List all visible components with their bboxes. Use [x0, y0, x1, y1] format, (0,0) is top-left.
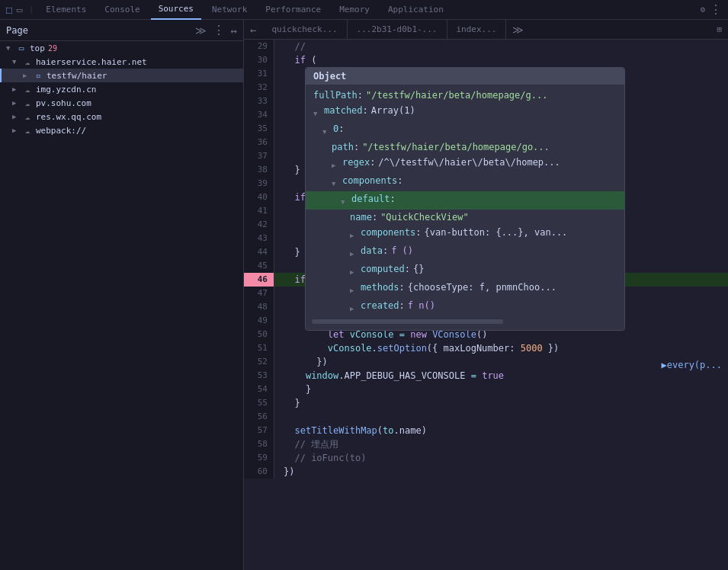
code-line-53: 53 window.APP_DEBUG_HAS_VCONSOLE = true — [244, 369, 728, 383]
popup-row-name[interactable]: name : "QuickCheckView" — [306, 210, 624, 225]
editor-tab-index[interactable]: index... — [447, 20, 507, 40]
expand-arrow: ▼ — [332, 177, 339, 191]
popup-row-methods[interactable]: ▶ methods : {chooseType: f, pnmnChoo... — [306, 280, 624, 298]
sidebar-item-top[interactable]: ▼ ▭ top 29 — [0, 41, 243, 55]
sidebar-item-testfw[interactable]: ▶ ▫ testfw/haier — [0, 69, 243, 82]
expand-arrow: ▶ — [350, 283, 358, 297]
sidebar-item-label: img.yzcdn.cn — [36, 85, 96, 94]
sidebar-nav-icon[interactable]: ↔ — [231, 24, 237, 37]
code-line-55: 55 } — [244, 396, 728, 410]
popup-val: "/testfw/haier/beta/homepage/g... — [366, 88, 547, 102]
gear-icon[interactable]: ⚙ — [700, 5, 705, 14]
editor-tab-hash[interactable]: ...2b31-d0b1-... — [348, 20, 447, 40]
sidebar-item-reswxqq[interactable]: ▶ ☁ res.wx.qq.com — [0, 110, 243, 123]
code-line-29: 29 // — [244, 40, 728, 53]
editor-tab-quickcheck[interactable]: quickcheck... — [262, 20, 347, 40]
popup-row-default[interactable]: ▼ default : — [306, 191, 624, 210]
popup-key: components — [342, 174, 397, 187]
inspect-icon[interactable]: ⬚ — [6, 4, 12, 15]
line-content[interactable] — [274, 410, 728, 424]
code-content[interactable]: Object fullPath : "/testfw/haier/beta/ho… — [244, 40, 728, 570]
line-number: 45 — [244, 259, 274, 273]
expand-arrow: ▶ — [12, 85, 21, 93]
code-line-52: 52 }) — [244, 355, 728, 369]
line-number: 59 — [244, 451, 274, 465]
tab-sources[interactable]: Sources — [151, 0, 201, 20]
line-number: 31 — [244, 67, 274, 81]
sidebar-item-pvsohu[interactable]: ▶ ☁ pv.sohu.com — [0, 96, 243, 110]
line-content[interactable]: }) — [274, 465, 728, 479]
line-content[interactable]: } — [274, 396, 728, 410]
popup-key: data — [361, 244, 383, 258]
tab-network[interactable]: Network — [204, 0, 255, 20]
line-number: 33 — [244, 94, 274, 108]
popup-scrollbar[interactable] — [312, 319, 503, 324]
sidebar-item-imgyzcdn[interactable]: ▶ ☁ img.yzcdn.cn — [0, 82, 243, 96]
popup-row-created[interactable]: ▶ created : f n() — [306, 298, 624, 316]
sidebar-item-haierservice[interactable]: ▼ ☁ haierservice.haier.net — [0, 55, 243, 69]
expand-arrow: ▶ — [12, 99, 21, 107]
popup-key: fullPath — [313, 88, 358, 102]
sidebar-more-icon[interactable]: ⋮ — [213, 23, 225, 37]
line-number: 55 — [244, 396, 274, 410]
popup-row-0[interactable]: ▼ 0 : — [306, 121, 624, 139]
expand-arrow: ▶ — [350, 229, 358, 242]
more-icon[interactable]: ⋮ — [710, 2, 722, 17]
line-number: 44 — [244, 245, 274, 259]
popup-row-matched[interactable]: ▼ matched : Array(1) — [306, 103, 624, 121]
line-number: 53 — [244, 369, 274, 383]
line-number: 37 — [244, 149, 274, 163]
nav-back-btn[interactable]: ← — [244, 20, 262, 40]
expand-arrow: ▶ — [350, 265, 358, 279]
popup-row-data[interactable]: ▶ data : f () — [306, 243, 624, 261]
line-number: 39 — [244, 177, 274, 191]
popup-key: methods — [361, 280, 399, 294]
line-content[interactable]: // — [274, 40, 728, 53]
popup-row-fullpath[interactable]: fullPath : "/testfw/haier/beta/homepage/… — [306, 88, 624, 103]
popup-key: name — [350, 210, 372, 224]
line-content[interactable]: if ( — [274, 53, 728, 67]
popup-val: f n() — [408, 299, 435, 312]
tab-memory[interactable]: Memory — [332, 0, 377, 20]
sidebar-item-label: top — [30, 43, 45, 53]
line-content[interactable]: // ioFunc(to) — [274, 451, 728, 465]
sidebar-item-webpack[interactable]: ▶ ☁ webpack:// — [0, 123, 243, 137]
popup-val: {} — [413, 262, 424, 276]
expand-arrow: ▶ — [23, 72, 32, 79]
tab-console[interactable]: Console — [97, 0, 147, 20]
editor-tab-bar: ← quickcheck... ...2b31-d0b1-... index..… — [244, 20, 728, 40]
expand-arrow: ▼ — [322, 125, 330, 139]
line-content[interactable]: } — [274, 383, 728, 396]
line-content[interactable]: vConsole.setOption({ maxLogNumber: 5000 … — [274, 341, 728, 355]
editor-menu-btn[interactable]: ⊞ — [710, 20, 728, 40]
nav-more-btn[interactable]: ≫ — [506, 20, 530, 40]
sidebar-expand-icon[interactable]: ≫ — [195, 24, 207, 37]
line-content[interactable]: setTitleWithMap(to.name) — [274, 424, 728, 437]
popup-row-regex[interactable]: ▶ regex : /^\/testfw\/haier\/beta\/homep… — [306, 155, 624, 173]
line-content[interactable]: // 埋点用 — [274, 437, 728, 451]
tab-elements[interactable]: Elements — [38, 0, 94, 20]
tab-performance[interactable]: Performance — [258, 0, 329, 20]
popup-body[interactable]: fullPath : "/testfw/haier/beta/homepage/… — [306, 85, 624, 330]
line-content[interactable]: }) — [274, 355, 728, 369]
code-line-60: 60 }) — [244, 465, 728, 479]
code-line-51: 51 vConsole.setOption({ maxLogNumber: 50… — [244, 341, 728, 355]
file-icon: ▫ — [32, 71, 44, 81]
device-icon[interactable]: ▭ — [17, 4, 23, 15]
popup-row-components2[interactable]: ▶ components : {van-button: {...}, van..… — [306, 225, 624, 243]
popup-key: computed — [361, 262, 405, 276]
expand-arrow: ▶ — [350, 302, 358, 315]
line-number: 30 — [244, 53, 274, 67]
popup-val: "QuickCheckView" — [380, 210, 469, 224]
expand-arrow: ▼ — [12, 58, 21, 66]
popup-val: f () — [391, 244, 413, 258]
line-number: 60 — [244, 465, 274, 479]
expand-arrow: ▶ — [332, 159, 339, 172]
line-content[interactable]: window.APP_DEBUG_HAS_VCONSOLE = true — [274, 369, 728, 383]
expand-arrow: ▶ — [12, 126, 21, 134]
popup-row-path[interactable]: path : "/testfw/haier/beta/homepage/go..… — [306, 139, 624, 155]
cloud-icon: ☁ — [21, 57, 34, 67]
tab-application[interactable]: Application — [380, 0, 451, 20]
popup-row-components[interactable]: ▼ components : — [306, 173, 624, 191]
popup-row-computed[interactable]: ▶ computed : {} — [306, 261, 624, 280]
